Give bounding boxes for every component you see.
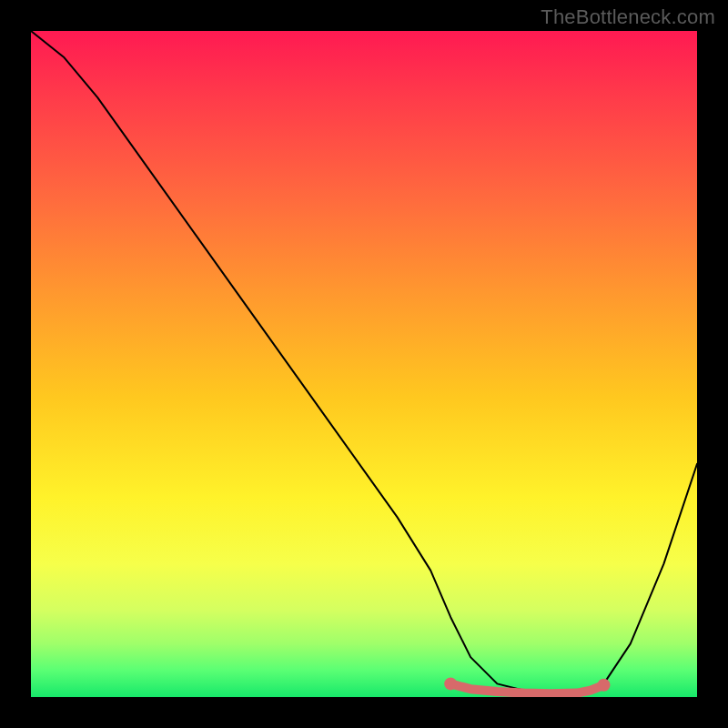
plot-area [31, 31, 697, 697]
bottleneck-curve [31, 31, 697, 693]
optimal-start-dot [444, 677, 457, 690]
curve-layer [31, 31, 697, 697]
optimal-end-dot [598, 679, 611, 692]
watermark-text: TheBottleneck.com [541, 5, 715, 29]
optimal-region-markers [444, 677, 610, 693]
optimal-region-line [450, 683, 603, 693]
chart-frame: TheBottleneck.com [0, 0, 728, 728]
